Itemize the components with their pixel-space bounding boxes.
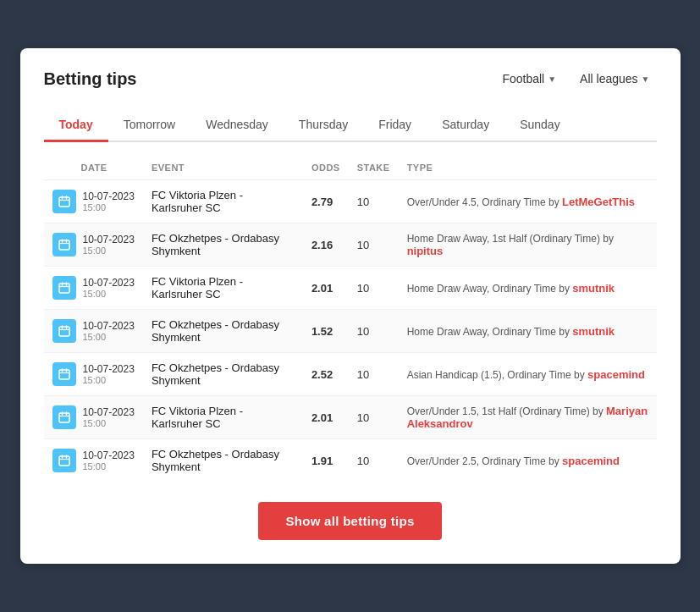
- stake-value: 10: [357, 282, 369, 295]
- cell-event: FC Okzhetpes - Ordabasy Shymkent: [143, 223, 303, 267]
- tab-today[interactable]: Today: [44, 109, 108, 142]
- type-text: Home Draw Away, Ordinary Time by: [407, 326, 573, 338]
- svg-rect-20: [59, 413, 69, 422]
- sport-dropdown-arrow: ▼: [548, 74, 556, 84]
- cell-event: FC Viktoria Plzen - Karlsruher SC: [143, 267, 303, 310]
- svg-rect-24: [59, 456, 69, 466]
- event-name: FC Okzhetpes - Ordabasy Shymkent: [152, 361, 279, 387]
- row-icon: [52, 319, 76, 343]
- event-name: FC Okzhetpes - Ordabasy Shymkent: [152, 318, 279, 344]
- table-row: 10-07-2023 15:00 FC Viktoria Plzen - Kar…: [44, 267, 657, 310]
- date-time: 15:00: [83, 375, 135, 385]
- date-time: 15:00: [83, 245, 135, 256]
- league-dropdown[interactable]: All leagues ▼: [573, 69, 656, 89]
- svg-rect-12: [59, 327, 69, 336]
- cell-date: 10-07-2023 15:00: [44, 396, 143, 439]
- date-main: 10-07-2023: [83, 406, 135, 418]
- col-odds: ODDS: [303, 156, 349, 180]
- league-dropdown-label: All leagues: [580, 72, 638, 85]
- date-time: 15:00: [83, 202, 135, 212]
- date-time: 15:00: [83, 418, 135, 428]
- cell-odds: 2.79: [303, 180, 349, 223]
- cell-type: Over/Under 1.5, 1st Half (Ordinary Time)…: [399, 396, 657, 439]
- row-icon: [52, 449, 76, 472]
- cell-odds: 2.01: [303, 267, 349, 310]
- date-time: 15:00: [83, 289, 135, 299]
- betting-table: DATE EVENT ODDS STAKE TYPE 10-07-2023 15…: [44, 156, 657, 482]
- stake-value: 10: [357, 239, 369, 251]
- odds-value: 2.01: [311, 411, 333, 424]
- type-author[interactable]: nipitus: [407, 245, 444, 257]
- stake-value: 10: [357, 325, 369, 338]
- sport-dropdown[interactable]: Football ▼: [495, 69, 563, 89]
- cell-stake: 10: [349, 180, 399, 223]
- row-icon: [52, 405, 76, 429]
- svg-rect-8: [59, 284, 69, 293]
- tab-sunday[interactable]: Sunday: [504, 109, 575, 142]
- date-main: 10-07-2023: [83, 449, 135, 461]
- tab-tomorrow[interactable]: Tomorrow: [108, 109, 190, 142]
- type-text: Home Draw Away, 1st Half (Ordinary Time)…: [407, 233, 614, 245]
- cell-type: Home Draw Away, 1st Half (Ordinary Time)…: [399, 223, 657, 267]
- cell-odds: 1.52: [303, 310, 349, 353]
- page-title: Betting tips: [44, 69, 137, 89]
- event-name: FC Okzhetpes - Ordabasy Shymkent: [152, 232, 279, 257]
- col-stake: STAKE: [349, 156, 399, 180]
- cell-stake: 10: [349, 310, 399, 353]
- cell-stake: 10: [349, 353, 399, 396]
- table-row: 10-07-2023 15:00 FC Okzhetpes - Ordabasy…: [44, 310, 657, 353]
- type-author[interactable]: smutnik: [572, 325, 615, 338]
- cell-odds: 2.52: [303, 353, 349, 396]
- type-author[interactable]: smutnik: [572, 282, 615, 295]
- odds-value: 1.52: [311, 325, 333, 338]
- cell-type: Home Draw Away, Ordinary Time by smutnik: [399, 310, 657, 353]
- row-icon: [52, 233, 76, 256]
- cell-event: FC Okzhetpes - Ordabasy Shymkent: [143, 353, 303, 396]
- stake-value: 10: [357, 196, 369, 208]
- date-main: 10-07-2023: [83, 320, 135, 332]
- type-author[interactable]: LetMeGetThis: [562, 196, 635, 208]
- row-icon: [52, 276, 76, 300]
- type-text: Home Draw Away, Ordinary Time by: [407, 283, 573, 295]
- cell-date: 10-07-2023 15:00: [44, 180, 143, 223]
- cell-type: Asian Handicap (1.5), Ordinary Time by s…: [399, 353, 657, 396]
- event-name: FC Okzhetpes - Ordabasy Shymkent: [152, 448, 279, 473]
- type-text: Over/Under 4.5, Ordinary Time by: [407, 196, 562, 208]
- tab-wednesday[interactable]: Wednesday: [190, 109, 284, 142]
- cell-date: 10-07-2023 15:00: [44, 223, 143, 267]
- col-event: EVENT: [143, 156, 303, 180]
- odds-value: 1.91: [311, 455, 333, 467]
- date-time: 15:00: [83, 461, 135, 471]
- stake-value: 10: [357, 455, 369, 467]
- stake-value: 10: [357, 368, 369, 381]
- cell-date: 10-07-2023 15:00: [44, 439, 143, 482]
- table-row: 10-07-2023 15:00 FC Viktoria Plzen - Kar…: [44, 396, 657, 439]
- cell-stake: 10: [349, 223, 399, 267]
- cell-odds: 1.91: [303, 439, 349, 482]
- tab-saturday[interactable]: Saturday: [427, 109, 504, 142]
- odds-value: 2.16: [311, 239, 333, 251]
- table-row: 10-07-2023 15:00 FC Okzhetpes - Ordabasy…: [44, 353, 657, 396]
- date-main: 10-07-2023: [83, 190, 135, 202]
- type-author[interactable]: spacemind: [587, 368, 645, 381]
- date-time: 15:00: [83, 332, 135, 342]
- cell-date: 10-07-2023 15:00: [44, 267, 143, 310]
- tab-friday[interactable]: Friday: [363, 109, 427, 142]
- type-author[interactable]: spacemind: [562, 455, 620, 467]
- sport-dropdown-label: Football: [502, 72, 544, 85]
- cell-event: FC Viktoria Plzen - Karlsruher SC: [143, 180, 303, 223]
- cell-type: Home Draw Away, Ordinary Time by smutnik: [399, 267, 657, 310]
- cell-stake: 10: [349, 396, 399, 439]
- type-text: Over/Under 2.5, Ordinary Time by: [407, 455, 562, 467]
- date-main: 10-07-2023: [83, 234, 135, 245]
- row-icon: [52, 362, 76, 386]
- date-main: 10-07-2023: [83, 363, 135, 375]
- stake-value: 10: [357, 411, 369, 424]
- table-row: 10-07-2023 15:00 FC Okzhetpes - Ordabasy…: [44, 223, 657, 267]
- tab-thursday[interactable]: Thursday: [284, 109, 363, 142]
- show-all-button[interactable]: Show all betting tips: [258, 502, 441, 540]
- svg-rect-0: [59, 197, 69, 207]
- betting-tips-card: Betting tips Football ▼ All leagues ▼ To…: [20, 48, 681, 564]
- odds-value: 2.01: [311, 282, 333, 295]
- cell-odds: 2.01: [303, 396, 349, 439]
